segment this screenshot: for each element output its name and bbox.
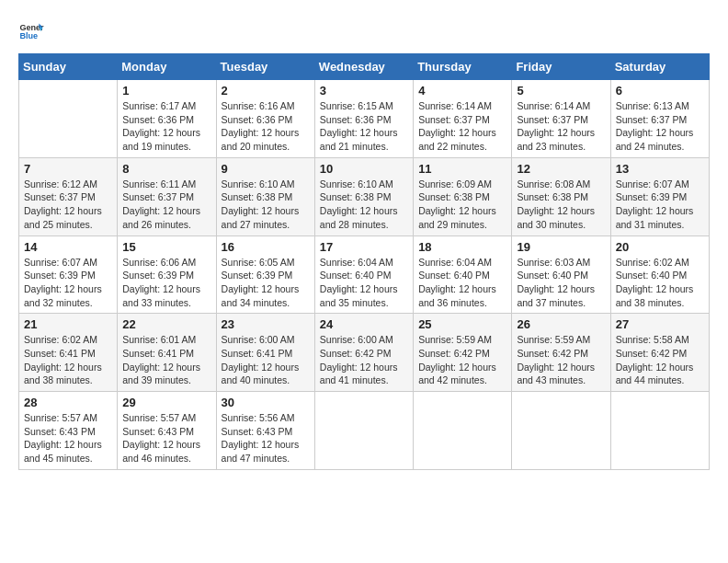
day-number: 9 — [222, 162, 310, 176]
day-number: 11 — [418, 162, 506, 176]
day-info: Sunrise: 6:01 AM Sunset: 6:41 PM Dayligh… — [122, 333, 210, 387]
calendar-cell: 28Sunrise: 5:57 AM Sunset: 6:43 PM Dayli… — [19, 392, 118, 470]
calendar-cell: 16Sunrise: 6:05 AM Sunset: 6:39 PM Dayli… — [216, 236, 314, 314]
calendar-cell: 27Sunrise: 5:58 AM Sunset: 6:42 PM Dayli… — [610, 314, 709, 392]
calendar-cell: 10Sunrise: 6:10 AM Sunset: 6:38 PM Dayli… — [314, 157, 413, 236]
header-cell-friday: Friday — [512, 54, 610, 80]
day-number: 17 — [320, 240, 408, 254]
header-cell-wednesday: Wednesday — [314, 54, 413, 80]
calendar-cell: 23Sunrise: 6:00 AM Sunset: 6:41 PM Dayli… — [216, 314, 314, 392]
day-number: 23 — [222, 317, 310, 331]
header-cell-sunday: Sunday — [19, 54, 118, 80]
day-info: Sunrise: 6:04 AM Sunset: 6:40 PM Dayligh… — [320, 256, 408, 310]
calendar-cell: 6Sunrise: 6:13 AM Sunset: 6:37 PM Daylig… — [610, 80, 709, 158]
calendar-cell: 5Sunrise: 6:14 AM Sunset: 6:37 PM Daylig… — [512, 80, 610, 158]
day-number: 29 — [122, 396, 210, 409]
calendar-cell — [414, 392, 512, 470]
day-number: 2 — [222, 84, 310, 98]
day-number: 28 — [24, 396, 112, 409]
day-info: Sunrise: 6:12 AM Sunset: 6:37 PM Dayligh… — [24, 178, 112, 232]
day-info: Sunrise: 6:00 AM Sunset: 6:42 PM Dayligh… — [320, 333, 408, 387]
day-info: Sunrise: 6:07 AM Sunset: 6:39 PM Dayligh… — [616, 178, 704, 232]
calendar-cell: 2Sunrise: 6:16 AM Sunset: 6:36 PM Daylig… — [216, 80, 314, 158]
day-info: Sunrise: 6:06 AM Sunset: 6:39 PM Dayligh… — [122, 256, 210, 310]
day-number: 1 — [122, 84, 210, 98]
day-info: Sunrise: 6:15 AM Sunset: 6:36 PM Dayligh… — [320, 99, 408, 154]
header-cell-saturday: Saturday — [610, 54, 709, 80]
calendar-cell: 22Sunrise: 6:01 AM Sunset: 6:41 PM Dayli… — [118, 314, 216, 392]
day-number: 12 — [517, 162, 605, 176]
day-number: 27 — [616, 317, 704, 331]
day-info: Sunrise: 6:11 AM Sunset: 6:37 PM Dayligh… — [122, 178, 210, 232]
calendar-cell: 4Sunrise: 6:14 AM Sunset: 6:37 PM Daylig… — [414, 80, 512, 158]
week-row-4: 21Sunrise: 6:02 AM Sunset: 6:41 PM Dayli… — [19, 314, 710, 392]
day-number: 8 — [122, 162, 210, 176]
svg-text:Blue: Blue — [19, 31, 38, 40]
day-info: Sunrise: 6:10 AM Sunset: 6:38 PM Dayligh… — [222, 178, 310, 232]
calendar-cell: 19Sunrise: 6:03 AM Sunset: 6:40 PM Dayli… — [512, 236, 610, 314]
week-row-5: 28Sunrise: 5:57 AM Sunset: 6:43 PM Dayli… — [19, 392, 710, 470]
calendar-cell: 8Sunrise: 6:11 AM Sunset: 6:37 PM Daylig… — [118, 157, 216, 236]
calendar-cell: 26Sunrise: 5:59 AM Sunset: 6:42 PM Dayli… — [512, 314, 610, 392]
day-info: Sunrise: 6:02 AM Sunset: 6:41 PM Dayligh… — [24, 333, 112, 387]
day-info: Sunrise: 5:59 AM Sunset: 6:42 PM Dayligh… — [418, 333, 506, 387]
page-header: General Blue — [18, 18, 710, 44]
calendar-cell — [512, 392, 610, 470]
calendar-cell: 13Sunrise: 6:07 AM Sunset: 6:39 PM Dayli… — [610, 157, 709, 236]
day-number: 13 — [616, 162, 704, 176]
day-number: 20 — [616, 240, 704, 254]
day-info: Sunrise: 6:13 AM Sunset: 6:37 PM Dayligh… — [616, 99, 704, 154]
day-info: Sunrise: 6:07 AM Sunset: 6:39 PM Dayligh… — [24, 256, 112, 310]
logo-icon: General Blue — [18, 18, 44, 44]
week-row-1: 1Sunrise: 6:17 AM Sunset: 6:36 PM Daylig… — [19, 80, 710, 158]
calendar-cell: 15Sunrise: 6:06 AM Sunset: 6:39 PM Dayli… — [118, 236, 216, 314]
calendar-cell: 17Sunrise: 6:04 AM Sunset: 6:40 PM Dayli… — [314, 236, 413, 314]
logo: General Blue — [18, 18, 48, 44]
day-number: 30 — [222, 396, 310, 409]
day-number: 6 — [616, 84, 704, 98]
day-info: Sunrise: 5:57 AM Sunset: 6:43 PM Dayligh… — [122, 411, 210, 465]
day-info: Sunrise: 5:58 AM Sunset: 6:42 PM Dayligh… — [616, 333, 704, 387]
calendar-cell — [314, 392, 413, 470]
header-row: SundayMondayTuesdayWednesdayThursdayFrid… — [19, 54, 710, 80]
day-info: Sunrise: 6:04 AM Sunset: 6:40 PM Dayligh… — [418, 256, 506, 310]
day-info: Sunrise: 6:03 AM Sunset: 6:40 PM Dayligh… — [517, 256, 605, 310]
week-row-3: 14Sunrise: 6:07 AM Sunset: 6:39 PM Dayli… — [19, 236, 710, 314]
day-number: 24 — [320, 317, 408, 331]
day-number: 10 — [320, 162, 408, 176]
day-info: Sunrise: 6:16 AM Sunset: 6:36 PM Dayligh… — [222, 99, 310, 154]
day-info: Sunrise: 5:59 AM Sunset: 6:42 PM Dayligh… — [517, 333, 605, 387]
calendar-cell — [19, 80, 118, 158]
day-number: 18 — [418, 240, 506, 254]
calendar-cell: 11Sunrise: 6:09 AM Sunset: 6:38 PM Dayli… — [414, 157, 512, 236]
day-info: Sunrise: 6:09 AM Sunset: 6:38 PM Dayligh… — [418, 178, 506, 232]
day-info: Sunrise: 5:57 AM Sunset: 6:43 PM Dayligh… — [24, 411, 112, 465]
day-number: 7 — [24, 162, 112, 176]
calendar-cell: 30Sunrise: 5:56 AM Sunset: 6:43 PM Dayli… — [216, 392, 314, 470]
calendar-cell: 25Sunrise: 5:59 AM Sunset: 6:42 PM Dayli… — [414, 314, 512, 392]
day-number: 5 — [517, 84, 605, 98]
day-number: 25 — [418, 317, 506, 331]
day-number: 15 — [122, 240, 210, 254]
header-cell-tuesday: Tuesday — [216, 54, 314, 80]
day-number: 19 — [517, 240, 605, 254]
day-info: Sunrise: 6:10 AM Sunset: 6:38 PM Dayligh… — [320, 178, 408, 232]
day-info: Sunrise: 6:08 AM Sunset: 6:38 PM Dayligh… — [517, 178, 605, 232]
day-number: 4 — [418, 84, 506, 98]
calendar-cell — [610, 392, 709, 470]
header-cell-monday: Monday — [118, 54, 216, 80]
day-info: Sunrise: 6:00 AM Sunset: 6:41 PM Dayligh… — [222, 333, 310, 387]
day-info: Sunrise: 6:14 AM Sunset: 6:37 PM Dayligh… — [418, 99, 506, 154]
day-info: Sunrise: 6:14 AM Sunset: 6:37 PM Dayligh… — [517, 99, 605, 154]
calendar-header: SundayMondayTuesdayWednesdayThursdayFrid… — [19, 54, 710, 80]
week-row-2: 7Sunrise: 6:12 AM Sunset: 6:37 PM Daylig… — [19, 157, 710, 236]
header-cell-thursday: Thursday — [414, 54, 512, 80]
calendar-cell: 3Sunrise: 6:15 AM Sunset: 6:36 PM Daylig… — [314, 80, 413, 158]
day-number: 22 — [122, 317, 210, 331]
day-number: 14 — [24, 240, 112, 254]
day-number: 3 — [320, 84, 408, 98]
calendar-cell: 9Sunrise: 6:10 AM Sunset: 6:38 PM Daylig… — [216, 157, 314, 236]
day-number: 16 — [222, 240, 310, 254]
day-number: 26 — [517, 317, 605, 331]
calendar-body: 1Sunrise: 6:17 AM Sunset: 6:36 PM Daylig… — [19, 80, 710, 470]
